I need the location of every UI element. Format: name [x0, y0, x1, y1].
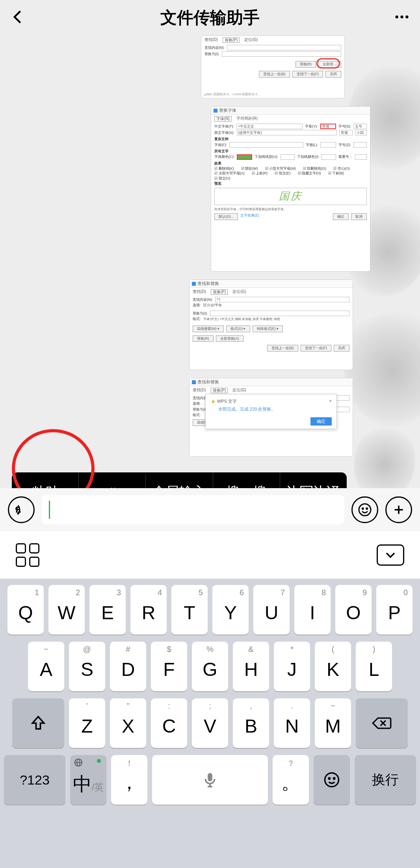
- smudge: [354, 429, 415, 488]
- menu-translate[interactable]: 边写边译: [280, 473, 347, 488]
- back-icon[interactable]: [9, 8, 27, 27]
- text-cursor: [49, 501, 50, 519]
- space-key[interactable]: [152, 755, 268, 805]
- key-m[interactable]: ~M: [315, 698, 351, 748]
- key-f[interactable]: $F: [151, 642, 187, 691]
- btn-replace: 替换(R): [295, 61, 316, 68]
- key-g[interactable]: %G: [192, 642, 228, 691]
- key-c[interactable]: :C: [151, 698, 187, 748]
- key-b[interactable]: ,B: [233, 698, 269, 748]
- key-p[interactable]: 0P: [376, 585, 413, 635]
- svg-point-5: [362, 508, 363, 509]
- svg-point-1: [400, 15, 403, 18]
- wps-alert: ▲ WPS 文字× 全部完成。完成 220 处替换。 确定: [205, 394, 337, 429]
- key-r[interactable]: 4R: [130, 585, 167, 635]
- key-n[interactable]: .N: [274, 698, 310, 748]
- mode-switch-key[interactable]: ?123: [4, 755, 65, 805]
- globe-indicator: [97, 759, 101, 763]
- menu-search[interactable]: 搜一搜: [213, 473, 280, 488]
- key-k[interactable]: (K: [315, 642, 351, 691]
- key-i[interactable]: 8I: [294, 585, 331, 635]
- svg-point-16: [329, 778, 330, 779]
- text-context-menu: 粘贴 # 全屏输入 搜一搜 边写边译: [12, 472, 347, 488]
- keyboard-suggestion-bar: [0, 531, 420, 579]
- emoji-icon[interactable]: [351, 496, 378, 523]
- key-t[interactable]: 5T: [171, 585, 208, 635]
- chat-area[interactable]: 查找(D)替换(P)定位(G) 查找内容(N): 替换为(I): 替换(R) 全…: [0, 35, 420, 488]
- enter-key[interactable]: 换行: [355, 755, 416, 805]
- chat-title: 文件传输助手: [27, 7, 393, 29]
- close-icon: ×: [329, 398, 332, 403]
- keyboard-collapse-icon[interactable]: [377, 544, 404, 566]
- chat-image-1[interactable]: 查找(D)替换(P)定位(G) 查找内容(N): 替换为(I): 替换(R) 全…: [201, 35, 345, 98]
- wps-ok-button: 确定: [310, 417, 332, 426]
- plus-icon[interactable]: [385, 496, 412, 523]
- svg-point-2: [405, 15, 408, 18]
- svg-point-0: [396, 15, 398, 18]
- key-w[interactable]: 2W: [48, 585, 85, 635]
- svg-point-6: [366, 508, 368, 509]
- key-a[interactable]: ~A: [28, 642, 64, 691]
- key-d[interactable]: #D: [110, 642, 146, 691]
- menu-hash[interactable]: #: [79, 474, 146, 489]
- key-e[interactable]: 3E: [89, 585, 126, 635]
- svg-point-4: [359, 504, 371, 516]
- key-v[interactable]: ;V: [192, 698, 228, 748]
- svg-point-17: [333, 778, 335, 779]
- svg-point-15: [325, 773, 339, 787]
- key-l[interactable]: )L: [356, 642, 392, 691]
- font-preview: 国庆: [214, 188, 367, 205]
- key-x[interactable]: "X: [110, 698, 146, 748]
- key-q[interactable]: 1Q: [7, 585, 44, 635]
- key-o[interactable]: 9O: [335, 585, 372, 635]
- message-input-bar: [0, 488, 420, 531]
- chat-image-4[interactable]: 查找和替换 查找(D)替换(P)定位(G) 查找内容(N): 选项: 替换为(I…: [189, 378, 353, 457]
- key-z[interactable]: 'Z: [69, 698, 105, 748]
- chat-image-3[interactable]: 查找和替换 查找(D)替换(P)定位(G) 查找内容(N):^? 选项:区分全/…: [189, 279, 353, 370]
- shift-key[interactable]: [12, 698, 64, 748]
- more-icon[interactable]: [393, 8, 411, 27]
- keyboard-apps-icon[interactable]: [16, 543, 39, 567]
- svg-rect-14: [208, 773, 212, 781]
- key-y[interactable]: 6Y: [212, 585, 249, 635]
- key-s[interactable]: @S: [69, 642, 105, 691]
- emoji-key[interactable]: [314, 755, 350, 805]
- period-key[interactable]: ？。: [273, 755, 309, 805]
- menu-fullscreen-input[interactable]: 全屏输入: [146, 473, 213, 488]
- comma-key[interactable]: ！，: [111, 755, 147, 805]
- chat-header: 文件传输助手: [0, 0, 420, 35]
- menu-paste[interactable]: 粘贴: [12, 473, 79, 488]
- language-key[interactable]: 中/英: [70, 755, 106, 805]
- voice-input-icon[interactable]: [8, 496, 35, 523]
- btn-replace-all: 全部替…: [318, 61, 341, 68]
- key-h[interactable]: &H: [233, 642, 269, 691]
- backspace-key[interactable]: [356, 698, 408, 748]
- virtual-keyboard: 1Q2W3E4R5T6Y7U8I9O0P ~A@S#D$F%G&H*J(K)L …: [0, 579, 420, 868]
- key-u[interactable]: 7U: [253, 585, 290, 635]
- key-j[interactable]: *J: [274, 642, 310, 691]
- message-text-input[interactable]: [42, 495, 344, 524]
- chat-image-2[interactable]: 替换字体 字体(N)字符间距(R) 中文字体(T):+中文正文 字形(Y):常规…: [211, 106, 370, 272]
